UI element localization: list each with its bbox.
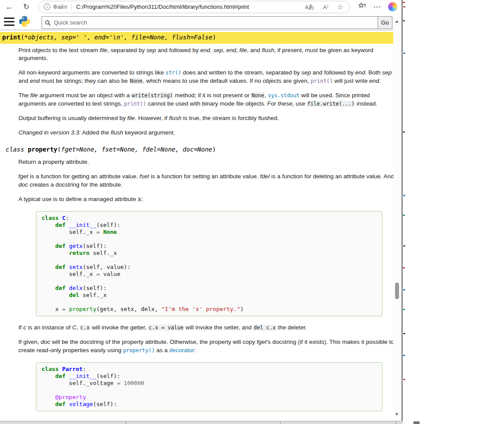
property-description: Return a property attribute. fget is a f… [18,158,396,411]
code-line: @property [42,394,377,401]
code-token: = [117,380,120,386]
code-token: self._x [42,271,96,277]
text-segment: Added the [81,129,111,136]
inline-link[interactable]: property() [123,347,154,353]
code-token: @property [55,394,86,400]
code-token: = [62,306,66,312]
text-segment: flush [262,47,274,53]
inline-link[interactable]: sys.stdout [268,92,299,99]
search-input[interactable] [42,16,378,29]
text-segment: file [30,92,38,99]
code-line [42,257,377,264]
code-token [59,366,62,372]
back-icon[interactable]: ← [5,3,14,11]
code-line [42,236,377,243]
code-token: property [69,306,97,312]
text-segment: objects [32,47,51,53]
code-token [100,229,103,235]
text-segment: sep [301,69,311,76]
text-segment: end [200,47,210,53]
document-content: print(*objects, sep=' ', end='\n', file=… [0,32,401,411]
code-token [42,285,55,291]
text-segment: c [23,324,26,331]
inline-link[interactable]: decorator [169,347,194,353]
code-line: def __init__(self): [42,222,377,229]
code-token [66,306,69,312]
code-token [42,373,55,379]
text-segment: If given, [18,339,41,345]
code-token [66,243,69,249]
code-token: Parrot [62,366,83,372]
text-segment: A typical use is to define a managed att… [18,196,137,202]
code-line: class Parrot: [42,366,377,373]
favorite-star-icon[interactable]: ☆ [337,3,343,11]
text-segment: Output buffering is usually determined b… [18,115,127,121]
code-token: def [55,401,65,407]
text-segment: If [18,324,23,331]
code-token: delx [69,285,83,291]
code-token [66,222,69,228]
page-scrollbar[interactable] [393,14,401,421]
code-line: def voltage(self): [42,401,377,408]
text-segment: , separated by [107,47,146,53]
code-token: C [62,215,66,221]
code-token [42,401,55,407]
translate-icon[interactable]: aあ [305,3,314,11]
code-line: self._voltage = 100000 [42,380,377,387]
text-segment: and followed by [156,47,200,53]
code-token: self._x [42,229,96,235]
copilot-icon[interactable] [388,2,397,11]
text-segment: does and written to the stream, separate… [181,69,301,76]
inline-link[interactable]: print() [311,78,333,84]
code-token: def [55,243,65,249]
text-segment: ( [21,34,24,41]
read-aloud-icon[interactable]: A⁾ [323,4,328,11]
text-segment: c.x [80,325,90,331]
code-token: = [96,229,100,235]
code-token: def [55,222,65,228]
quick-search-form: Go [42,16,392,29]
taskbar-fragment [413,421,420,424]
version-changed-note: Changed in version 3.3: Added the flush … [18,129,396,137]
settings-more-icon[interactable]: ··· [374,4,381,10]
text-segment: is a function for deleting an attribute … [270,173,394,180]
text-segment: Return a property attribute. [18,159,89,165]
text-segment: is an instance of [26,324,72,331]
code-token [42,292,69,298]
code-token: (self): [93,401,117,407]
inline-link[interactable]: str() [165,70,181,76]
text-segment: is a function for setting an attribute v… [149,173,260,180]
page-area: Go print(*objects, sep=' ', end='\n', fi… [0,14,401,421]
inline-link[interactable]: print() [124,101,147,107]
url-text[interactable]: C:/Program%20Files/Python311/Doc/html/li… [76,4,305,10]
text-segment: sep [214,47,223,53]
scroll-down-arrow-icon[interactable] [395,413,399,416]
text-segment: doc [41,339,50,345]
paragraph: fget is a function for getting an attrib… [18,173,396,189]
scrollbar-thumb[interactable] [395,283,399,299]
python-logo-icon[interactable] [18,15,31,28]
refresh-icon[interactable]: ↻ [23,3,29,11]
paragraph: If c is an instance of C, c.x will invok… [18,324,396,332]
code-token: self._voltage [42,380,117,386]
collections-icon[interactable] [358,2,367,12]
taskbar-separator [396,421,396,424]
code-token [59,215,62,221]
address-bar[interactable]: i Файл C:/Program%20Files/Python311/Doc/… [38,1,350,13]
menu-hamburger-icon[interactable] [4,18,14,26]
scroll-up-arrow-icon[interactable] [395,20,399,23]
paragraph: All non-keyword arguments are converted … [18,69,396,85]
print-signature: print(*objects, sep=' ', end='\n', file=… [0,32,397,44]
text-segment: None [251,92,265,99]
print-definition: print(*objects, sep=' ', end='\n', file=… [0,32,401,411]
info-icon[interactable]: i [44,4,50,10]
text-segment: will just write [333,78,369,84]
code-example-property: class C: def __init__(self): self._x = N… [36,211,382,316]
go-button[interactable]: Go [378,16,392,29]
paragraph: If given, doc will be the docstring of t… [18,338,396,355]
text-segment: *objects, sep=' ', end='\n', file=None, … [24,34,213,41]
browser-toolbar: ← ↻ i Файл C:/Program%20Files/Python311/… [0,0,402,14]
text-segment: flush [169,115,182,121]
code-line [42,299,377,306]
code-token: (self): [83,243,107,249]
